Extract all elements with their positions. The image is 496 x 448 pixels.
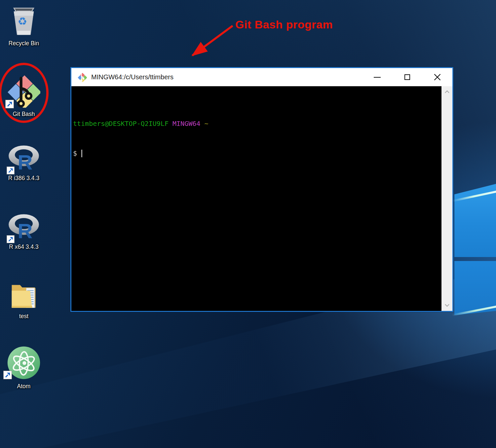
desktop: { "desktop": { "icons": [ { "label": "Re…	[0, 0, 496, 448]
icon-label: test	[19, 313, 28, 319]
wallpaper-light-streak-upper	[452, 190, 496, 202]
svg-text:R: R	[18, 151, 32, 172]
wallpaper-windows-logo-pane-top	[454, 182, 496, 257]
svg-text:♻: ♻	[18, 15, 27, 28]
maximize-button[interactable]	[392, 68, 422, 86]
terminal-output[interactable]: ttimbers@DESKTOP-Q2IU9LF MINGW64 ~ $	[71, 86, 441, 311]
terminal-prompt-line: ttimbers@DESKTOP-Q2IU9LF MINGW64 ~	[73, 119, 439, 129]
desktop-icon-test-folder[interactable]: test	[1, 281, 47, 319]
prompt-symbol: $	[73, 149, 77, 157]
recycle-bin-icon: ♻	[8, 3, 40, 37]
desktop-icon-git-bash[interactable]: Git Bash	[1, 75, 47, 117]
shortcut-arrow-icon	[7, 235, 15, 243]
desktop-icon-r-i386[interactable]: R R i386 3.4.3	[1, 145, 47, 181]
shortcut-arrow-icon	[3, 371, 12, 379]
desktop-icon-atom[interactable]: Atom	[1, 346, 47, 390]
desktop-icon-recycle-bin[interactable]: ♻ Recycle Bin	[1, 3, 47, 47]
terminal-scrollbar[interactable]	[441, 86, 452, 311]
annotation-text: Git Bash program	[235, 18, 333, 31]
shortcut-arrow-icon	[7, 167, 15, 174]
close-icon	[434, 73, 441, 81]
wallpaper-light-streak-lower	[452, 305, 496, 316]
terminal-cursor	[81, 150, 82, 157]
scrollbar-up-arrow[interactable]	[441, 90, 452, 93]
icon-label: Atom	[17, 383, 31, 390]
shortcut-arrow-icon	[5, 100, 14, 108]
window-title: MINGW64:/c/Users/ttimbers	[91, 73, 362, 81]
prompt-env: MINGW64	[172, 120, 200, 128]
prompt-user-host: ttimbers@DESKTOP-Q2IU9LF	[73, 120, 169, 128]
terminal-input-line: $	[73, 148, 439, 158]
icon-label: Recycle Bin	[9, 40, 39, 47]
icon-label: R i386 3.4.3	[8, 175, 39, 181]
prompt-path: ~	[204, 120, 208, 128]
minimize-button[interactable]	[362, 68, 392, 86]
folder-icon	[9, 281, 39, 310]
svg-text:R: R	[18, 219, 32, 241]
mingw64-window-icon	[78, 73, 87, 82]
window-titlebar[interactable]: MINGW64:/c/Users/ttimbers	[71, 68, 452, 86]
close-button[interactable]	[422, 68, 452, 86]
annotation-arrow-icon	[182, 22, 239, 67]
scrollbar-down-arrow[interactable]	[441, 304, 452, 307]
maximize-icon	[404, 74, 410, 80]
icon-label: R x64 3.4.3	[9, 244, 39, 250]
icon-label: Git Bash	[13, 111, 35, 117]
desktop-icon-r-x64[interactable]: R R x64 3.4.3	[1, 213, 47, 250]
minimize-icon	[374, 77, 381, 78]
wallpaper-windows-logo-pane-bottom	[454, 261, 496, 315]
git-bash-window: MINGW64:/c/Users/ttimbers ttimbers@DESKT…	[70, 67, 453, 312]
